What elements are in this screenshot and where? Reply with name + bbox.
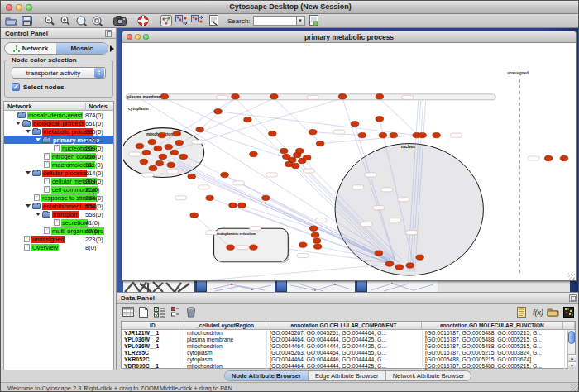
network-node[interactable]	[227, 245, 235, 250]
table-cell[interactable]: mitochondrion	[184, 363, 267, 370]
new-attribute-icon[interactable]	[137, 306, 150, 318]
network-node[interactable]	[165, 144, 173, 149]
network-node[interactable]	[406, 263, 414, 268]
matrix-view-icon[interactable]	[562, 306, 575, 318]
help-lifering-icon[interactable]	[136, 15, 150, 27]
table-column-header[interactable]	[563, 322, 575, 329]
network-edge[interactable]	[206, 264, 395, 280]
search-options-icon[interactable]	[308, 15, 321, 27]
network-node[interactable]	[250, 151, 258, 156]
table-cell[interactable]: [GO:0016787, GO:0005488, GO:0005215, G..…	[423, 330, 565, 337]
table-column-header[interactable]: ID	[122, 322, 184, 329]
expand-arrow-icon[interactable]	[26, 204, 31, 208]
network-node[interactable]	[376, 94, 384, 99]
network-node[interactable]	[149, 165, 157, 170]
network-node[interactable]	[154, 146, 162, 151]
network-name[interactable]: secretion	[61, 219, 88, 227]
network-node[interactable]	[173, 131, 181, 136]
network-node[interactable]	[175, 140, 184, 145]
network-tree-row[interactable]: response to stimulu264(0)	[4, 194, 113, 202]
network-node[interactable]	[238, 203, 246, 208]
network-node[interactable]	[560, 155, 568, 160]
network-node[interactable]	[390, 132, 398, 137]
network-edge[interactable]	[242, 205, 313, 228]
network-node[interactable]	[351, 121, 359, 126]
network-node[interactable]	[338, 94, 347, 99]
tab-network[interactable]: Network	[5, 43, 56, 54]
network-node[interactable]	[136, 143, 144, 148]
network-node[interactable]	[311, 232, 319, 237]
table-scrollbar[interactable]: ▲ ▼	[567, 330, 575, 369]
network-node[interactable]	[262, 195, 270, 200]
table-row[interactable]: YPL036W__1mitochondrion[GO:0044464, GO:0…	[122, 343, 575, 350]
network-node[interactable]	[316, 141, 324, 146]
network-node[interactable]	[232, 94, 240, 99]
delete-attribute-icon[interactable]	[184, 306, 197, 318]
network-tree-row[interactable]: establishment of lo558(0)	[4, 202, 113, 210]
network-node[interactable]	[419, 132, 427, 137]
function-builder-icon[interactable]: f(x)	[531, 306, 543, 318]
float-data-panel-icon[interactable]	[569, 294, 577, 302]
network-tree-row[interactable]: biological_process651(0)	[4, 119, 113, 127]
network-name[interactable]: mosaic-demo-yeast	[27, 112, 83, 119]
expand-arrow-icon[interactable]	[36, 138, 41, 141]
network-node[interactable]	[179, 154, 188, 159]
select-nodes-checkbox[interactable]: ✓	[12, 83, 20, 91]
network-name[interactable]: biological_process	[32, 120, 85, 127]
table-cell[interactable]: [GO:0016787, GO:0005488, GO:0005215, G..…	[423, 363, 565, 370]
network-tree-row[interactable]: nitrogen compo209(0)	[4, 152, 113, 160]
zoom-in-icon[interactable]	[59, 15, 72, 27]
window-fragment[interactable]	[287, 280, 355, 292]
vizmapper-icon[interactable]	[207, 15, 220, 27]
network-edge[interactable]	[321, 136, 417, 144]
table-cell[interactable]: [GO:0044464, GO:0044444, GO:0044425, G..…	[267, 363, 423, 370]
network-node[interactable]	[250, 245, 258, 250]
network-node[interactable]	[206, 195, 214, 200]
network-tree-row[interactable]: Overview8(0)	[4, 243, 113, 251]
save-session-icon[interactable]	[20, 15, 33, 27]
modify-network-icon[interactable]	[191, 15, 204, 27]
network-node[interactable]	[358, 132, 366, 137]
table-cell[interactable]: [GO:0045267, GO:0045261, GO:0044464, G..…	[267, 330, 423, 337]
network-node[interactable]	[433, 132, 441, 137]
network-tree-row[interactable]: metabolic process280(0)	[4, 127, 113, 136]
network-name[interactable]: cellular process	[42, 170, 87, 177]
network-node[interactable]	[229, 203, 237, 208]
table-cell[interactable]: YKR052C	[122, 356, 184, 363]
tab-network-attribute-browser[interactable]: Network Attribute Browser	[386, 371, 471, 380]
network-node[interactable]	[313, 238, 321, 243]
table-row[interactable]: YLR295Ccytoplasm[GO:0045263, GO:0044464,…	[122, 350, 575, 356]
network-node[interactable]	[385, 261, 394, 266]
network-node[interactable]	[295, 148, 304, 153]
table-cell[interactable]: [GO:0016787, GO:0005488, GO:0005215, G..…	[423, 343, 565, 350]
table-row[interactable]: YDR039C__1mitochondrion[GO:0044464, GO:0…	[122, 363, 575, 370]
network-node[interactable]	[303, 155, 311, 160]
scrollbar-thumb[interactable]	[568, 331, 575, 344]
network-node[interactable]	[309, 129, 317, 134]
network-node[interactable]	[280, 148, 289, 153]
expand-arrow-icon[interactable]	[16, 122, 21, 125]
table-cell[interactable]: mitochondrion	[184, 343, 267, 350]
table-row[interactable]: YJR121W__1mitochondrion[GO:0045267, GO:0…	[122, 330, 575, 337]
tab-overflow-icon[interactable]	[110, 45, 114, 52]
zoom-out-icon[interactable]	[43, 15, 56, 27]
search-dropdown-icon[interactable]: ▼	[296, 16, 305, 26]
network-node[interactable]	[170, 150, 179, 155]
layout-icon[interactable]	[160, 15, 173, 27]
network-node[interactable]	[395, 265, 404, 270]
table-column-header[interactable]: annotation.GO CELLULAR_COMPONENT	[266, 322, 421, 329]
tab-edge-attribute-browser[interactable]: Edge Attribute Browser	[309, 371, 386, 380]
network-node[interactable]	[214, 109, 223, 114]
window-fragment-edge[interactable]	[276, 280, 287, 292]
window-fragment[interactable]	[367, 280, 438, 292]
table-row[interactable]: YPL036W__2plasma membrane[GO:0044464, GO…	[122, 337, 575, 343]
table-cell[interactable]: [GO:0044464, GO:0044446, GO:0044444, G..…	[267, 356, 423, 363]
network-tree-row[interactable]: multi-organism pro42(0)	[4, 227, 113, 235]
network-node[interactable]	[375, 251, 383, 256]
network-node[interactable]	[188, 174, 196, 179]
network-tree-row[interactable]: mosaic-demo-yeast874(0)	[4, 111, 113, 119]
select-attributes-icon[interactable]	[122, 306, 134, 318]
network-node[interactable]	[196, 127, 204, 131]
scroll-down-icon[interactable]: ▼	[568, 361, 576, 369]
table-cell[interactable]: [GO:0016787, GO:0005488, GO:0005215, G..…	[423, 337, 565, 343]
